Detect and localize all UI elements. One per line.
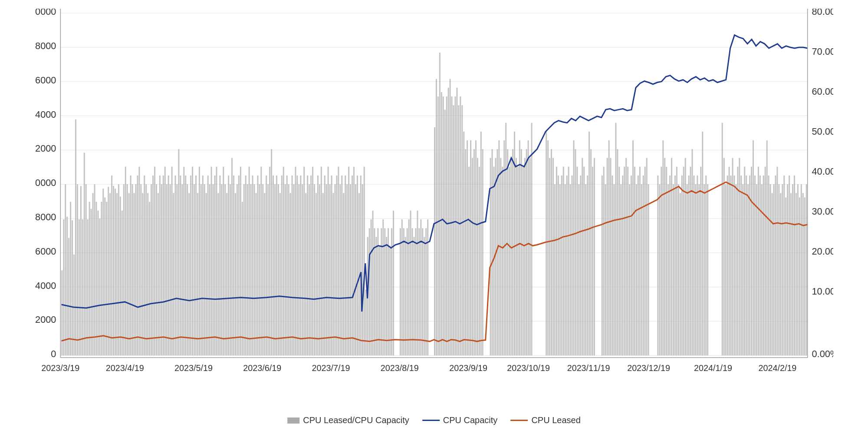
svg-rect-194	[319, 184, 320, 355]
svg-rect-80	[123, 184, 125, 355]
svg-rect-237	[393, 211, 394, 355]
svg-rect-87	[135, 184, 136, 355]
svg-rect-91	[142, 193, 143, 355]
svg-rect-54	[79, 219, 80, 355]
svg-rect-121	[194, 184, 195, 355]
svg-rect-334	[589, 132, 590, 355]
svg-rect-174	[285, 184, 286, 355]
svg-rect-320	[565, 184, 566, 355]
chart-legend: CPU Leased/CPU Capacity CPU Capacity CPU…	[287, 415, 581, 425]
svg-rect-58	[85, 184, 87, 355]
svg-rect-68	[102, 189, 104, 355]
svg-rect-122	[195, 176, 197, 355]
svg-rect-426	[773, 184, 775, 355]
svg-rect-124	[199, 167, 200, 355]
svg-rect-166	[271, 149, 272, 355]
svg-text:10000: 10000	[35, 177, 56, 188]
svg-rect-184	[302, 184, 303, 355]
svg-rect-304	[524, 158, 526, 356]
svg-rect-400	[729, 167, 730, 355]
svg-rect-256	[436, 79, 437, 356]
svg-text:2024/2/19: 2024/2/19	[758, 363, 796, 372]
svg-rect-204	[336, 176, 337, 355]
svg-rect-397	[723, 158, 725, 356]
svg-rect-61	[91, 209, 92, 355]
svg-rect-246	[414, 237, 415, 355]
svg-rect-431	[782, 184, 783, 355]
svg-rect-296	[510, 158, 512, 356]
svg-rect-299	[516, 158, 517, 356]
svg-rect-165	[269, 167, 270, 355]
svg-rect-126	[202, 176, 204, 355]
svg-rect-434	[787, 184, 788, 355]
svg-text:2023/11/19: 2023/11/19	[567, 363, 610, 372]
svg-rect-424	[770, 184, 771, 355]
svg-rect-133	[214, 176, 216, 355]
svg-rect-250	[420, 219, 421, 355]
svg-rect-381	[683, 167, 684, 355]
svg-rect-107	[170, 184, 171, 355]
svg-rect-44	[61, 270, 62, 355]
svg-rect-389	[697, 176, 698, 355]
svg-rect-369	[662, 140, 664, 355]
svg-rect-228	[377, 228, 378, 355]
svg-rect-171	[279, 193, 281, 355]
svg-rect-329	[580, 176, 581, 355]
svg-rect-147	[238, 176, 240, 355]
svg-rect-89	[138, 167, 140, 355]
svg-rect-55	[80, 186, 82, 355]
svg-rect-270	[460, 96, 461, 355]
svg-rect-360	[639, 167, 641, 355]
svg-rect-173	[283, 167, 284, 355]
svg-rect-285	[492, 149, 493, 355]
svg-rect-84	[130, 176, 132, 355]
svg-rect-264	[450, 79, 451, 356]
svg-rect-67	[101, 202, 102, 356]
svg-rect-153	[249, 167, 250, 355]
svg-rect-367	[659, 184, 660, 355]
svg-rect-405	[737, 167, 738, 355]
svg-rect-112	[178, 149, 179, 355]
svg-rect-349	[620, 184, 621, 355]
svg-rect-350	[622, 176, 623, 355]
legend-capacity-label: CPU Capacity	[443, 415, 498, 425]
svg-rect-81	[125, 167, 126, 355]
svg-rect-372	[667, 184, 669, 355]
svg-rect-211	[348, 167, 349, 355]
svg-rect-323	[570, 184, 571, 355]
svg-rect-94	[147, 193, 148, 355]
svg-rect-390	[698, 184, 700, 355]
svg-rect-69	[104, 197, 105, 355]
svg-rect-177	[290, 193, 291, 355]
svg-rect-277	[472, 158, 473, 356]
svg-rect-203	[334, 184, 335, 355]
svg-rect-295	[509, 167, 510, 355]
svg-rect-108	[171, 167, 173, 355]
svg-rect-438	[794, 176, 795, 355]
svg-rect-155	[252, 176, 253, 355]
svg-rect-139	[224, 184, 226, 355]
svg-rect-195	[321, 167, 322, 355]
svg-text:16000: 16000	[35, 75, 56, 86]
svg-rect-233	[386, 237, 387, 355]
svg-rect-131	[211, 167, 212, 355]
svg-rect-289	[498, 140, 500, 355]
svg-rect-420	[763, 176, 764, 355]
svg-rect-123	[197, 193, 198, 355]
legend-bar-icon	[287, 417, 299, 424]
svg-rect-86	[134, 193, 135, 355]
svg-rect-150	[243, 184, 245, 355]
svg-rect-161	[262, 184, 263, 355]
svg-rect-344	[612, 176, 613, 355]
svg-text:0.00%: 0.00%	[812, 348, 833, 359]
svg-rect-343	[610, 158, 612, 356]
svg-rect-101	[159, 176, 161, 355]
svg-rect-282	[480, 132, 482, 355]
svg-rect-408	[742, 184, 743, 355]
svg-rect-100	[158, 193, 159, 355]
svg-rect-98	[154, 167, 155, 355]
svg-rect-414	[753, 140, 754, 355]
svg-rect-52	[75, 119, 76, 356]
svg-rect-125	[201, 184, 202, 355]
svg-rect-392	[702, 132, 703, 355]
